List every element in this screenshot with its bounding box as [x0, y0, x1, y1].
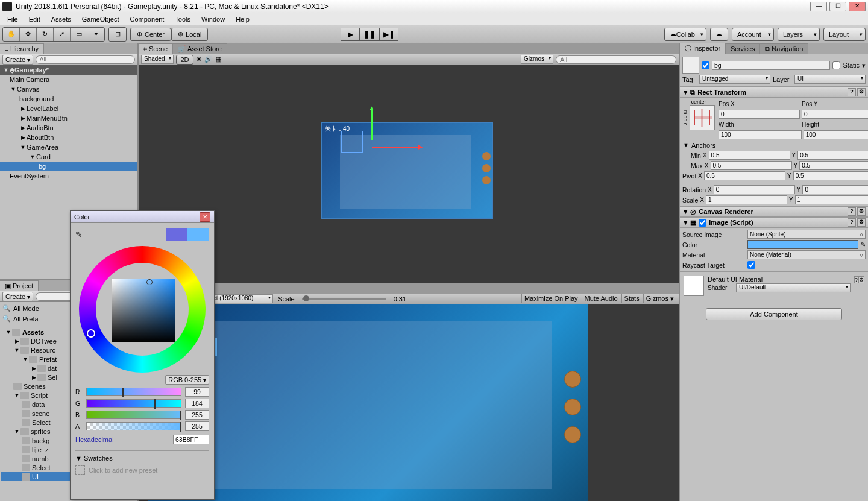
help-icon[interactable]: ?: [848, 88, 856, 96]
fx-icon[interactable]: ▦: [215, 55, 221, 63]
cloud-button[interactable]: ☁: [710, 28, 728, 41]
eyedropper-icon[interactable]: ✎: [75, 230, 83, 239]
close-button[interactable]: ✕: [849, 2, 866, 11]
game-gizmos-dropdown[interactable]: Gizmos ▾: [643, 294, 676, 303]
hierarchy-search[interactable]: [36, 55, 135, 64]
image-enabled[interactable]: [699, 219, 706, 227]
account-dropdown[interactable]: Account: [732, 28, 774, 41]
menu-window[interactable]: Window: [198, 14, 228, 24]
menu-gameobject[interactable]: GameObject: [78, 14, 123, 24]
layer-dropdown[interactable]: UI: [794, 75, 866, 84]
color-wheel[interactable]: [79, 246, 206, 373]
menu-component[interactable]: Component: [126, 14, 168, 24]
collab-dropdown[interactable]: ☁Collab: [664, 28, 706, 41]
gameobject-icon[interactable]: [682, 57, 699, 74]
menu-tools[interactable]: Tools: [171, 14, 194, 24]
anchor-min-x[interactable]: [709, 151, 790, 160]
hierarchy-item[interactable]: ▶LevelLabel: [0, 104, 137, 113]
hierarchy-item[interactable]: Main Camera: [0, 75, 137, 84]
scale-slider[interactable]: [302, 298, 386, 300]
material-field[interactable]: None (Material): [747, 250, 866, 259]
anchor-max-y[interactable]: [799, 161, 868, 170]
color-field[interactable]: [747, 240, 858, 249]
mute-toggle[interactable]: Mute Audio: [582, 294, 620, 303]
pivot-mode[interactable]: ⊕Center: [130, 28, 171, 41]
gear-icon[interactable]: ⚙: [858, 276, 864, 283]
gizmos-dropdown[interactable]: Gizmos: [521, 55, 553, 64]
g-slider[interactable]: [86, 399, 181, 408]
shading-mode[interactable]: Shaded: [141, 55, 174, 64]
posx-field[interactable]: [719, 110, 800, 119]
layout-dropdown[interactable]: Layout: [823, 28, 866, 41]
audio-icon[interactable]: 🔊: [204, 55, 213, 63]
anchor-max-x[interactable]: [711, 161, 792, 170]
help-icon[interactable]: ?: [854, 276, 858, 283]
gear-icon[interactable]: ⚙: [857, 88, 866, 96]
snap-tool[interactable]: ⊞: [109, 28, 126, 41]
move-tool[interactable]: ✥: [20, 28, 37, 41]
y-axis-gizmo[interactable]: [371, 110, 373, 140]
rotate-tool[interactable]: ↻: [37, 28, 54, 41]
image-header[interactable]: ▼ ▦ Image (Script)?⚙: [680, 218, 868, 228]
minimize-button[interactable]: —: [810, 2, 827, 11]
swatches-foldout[interactable]: ▼ Swatches: [75, 455, 209, 462]
color-mode-dropdown[interactable]: RGB 0-255 ▾: [165, 375, 209, 385]
active-checkbox[interactable]: [702, 61, 709, 69]
source-image-field[interactable]: None (Sprite): [747, 230, 866, 239]
hex-field[interactable]: [173, 435, 209, 444]
posy-field[interactable]: [802, 110, 868, 119]
shader-dropdown[interactable]: UI/Default: [736, 283, 851, 292]
raycast-checkbox[interactable]: [747, 261, 755, 269]
rot-y[interactable]: [802, 185, 868, 194]
hierarchy-item[interactable]: ▼Canvas: [0, 84, 137, 94]
b-value[interactable]: [185, 410, 209, 420]
pivot-y[interactable]: [793, 171, 868, 180]
hierarchy-item[interactable]: ▶MainMenuBtn: [0, 113, 137, 123]
menu-help[interactable]: Help: [232, 14, 253, 24]
b-slider[interactable]: [86, 411, 181, 419]
hand-tool[interactable]: ✋: [3, 28, 20, 41]
canvas-renderer-header[interactable]: ▼ ◎ Canvas Renderer?⚙: [680, 207, 868, 217]
scene-row[interactable]: ▼⬘ Gameplay*: [0, 65, 137, 75]
rotation-mode[interactable]: ⊛Local: [171, 28, 208, 41]
gear-icon[interactable]: ⚙: [857, 218, 866, 227]
hierarchy-item[interactable]: ▶AboutBtn: [0, 133, 137, 142]
hierarchy-tab[interactable]: ≡ Hierarchy: [0, 43, 44, 54]
maximize-button[interactable]: ☐: [829, 2, 846, 11]
light-icon[interactable]: ☀: [196, 55, 202, 63]
eyedropper-icon[interactable]: ✎: [860, 241, 866, 248]
2d-toggle[interactable]: 2D: [176, 55, 193, 65]
r-slider[interactable]: [86, 388, 181, 396]
r-value[interactable]: [185, 387, 209, 397]
search-filter[interactable]: All Prefa: [13, 315, 39, 323]
inspector-tab[interactable]: ⓘ Inspector: [680, 43, 726, 54]
menu-file[interactable]: File: [4, 14, 22, 24]
help-icon[interactable]: ?: [848, 207, 856, 216]
g-value[interactable]: [185, 399, 209, 408]
rect-tool[interactable]: ▭: [71, 28, 87, 41]
sv-cursor[interactable]: [146, 279, 153, 285]
gameobject-name-field[interactable]: [712, 61, 830, 70]
add-component-button[interactable]: Add Component: [706, 308, 842, 320]
stats-toggle[interactable]: Stats: [621, 294, 642, 303]
layers-dropdown[interactable]: Layers: [778, 28, 820, 41]
hierarchy-item[interactable]: EventSystem: [0, 171, 137, 181]
add-swatch-icon[interactable]: [75, 465, 85, 475]
maximize-toggle[interactable]: Maximize On Play: [521, 294, 580, 303]
hierarchy-item[interactable]: ▼Card: [0, 152, 137, 162]
gear-icon[interactable]: ⚙: [857, 207, 866, 216]
height-field[interactable]: [804, 130, 868, 139]
menu-edit[interactable]: Edit: [25, 14, 44, 24]
color-picker-close[interactable]: ✕: [200, 212, 210, 222]
hierarchy-item[interactable]: ▼GameArea: [0, 142, 137, 152]
hue-cursor[interactable]: [87, 329, 95, 338]
scale-y[interactable]: [795, 195, 868, 204]
services-tab[interactable]: Services: [726, 43, 760, 54]
scene-tab[interactable]: ⌗ Scene: [139, 43, 173, 54]
navigation-tab[interactable]: ⧉ Navigation: [760, 43, 808, 54]
a-value[interactable]: [185, 421, 209, 431]
hierarchy-item[interactable]: ▶AudioBtn: [0, 123, 137, 133]
width-field[interactable]: [719, 130, 802, 139]
project-tab[interactable]: ▣ Project: [0, 280, 39, 291]
scale-x[interactable]: [706, 195, 787, 204]
